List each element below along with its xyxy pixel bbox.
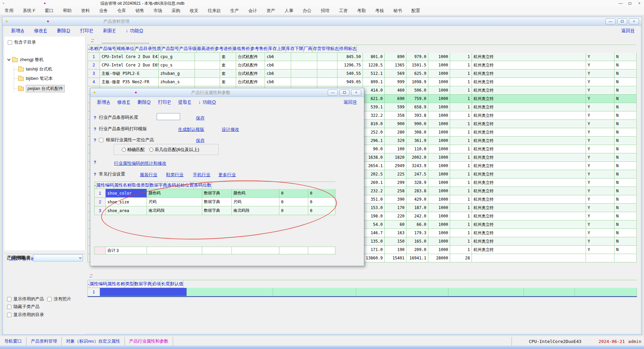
statusbar-window-button[interactable]: 产品资料管理 <box>26 337 62 346</box>
menu-item[interactable]: 收支 <box>185 7 203 15</box>
cell-default[interactable] <box>575 288 637 296</box>
cell-vendor[interactable]: 杭州奥立特 <box>472 137 586 145</box>
swap-panel-icon[interactable] <box>89 273 95 278</box>
cell-ref-in-price[interactable]: 202.5 <box>363 170 385 179</box>
cell-catalog[interactable]: 台式机配件 <box>236 78 265 86</box>
toolbar-button[interactable]: 打印P <box>158 99 171 105</box>
toolbar-button[interactable]: 修改E <box>117 99 130 105</box>
back-button[interactable]: 返回R <box>621 28 634 34</box>
cell-ref-in-price[interactable]: 171.0 <box>363 246 385 254</box>
cell-vendor[interactable]: 杭州奥立特 <box>472 120 586 128</box>
cell-vendor[interactable]: 杭州奥立特 <box>472 78 586 86</box>
cell-spec[interactable] <box>195 78 220 86</box>
mobile-industry-link[interactable]: 手机行业 <box>193 172 210 178</box>
cell-rowno[interactable]: 3 <box>88 69 100 78</box>
save-barcode-length-link[interactable]: 保存 <box>196 115 205 121</box>
cell-inventory-flag[interactable]: Y <box>586 195 614 204</box>
menu-item[interactable]: 考勤 <box>353 7 371 15</box>
chevron-down-icon[interactable] <box>7 57 11 61</box>
cell-min-sell-price[interactable]: 569 <box>385 69 407 78</box>
column-header[interactable]: 性质 <box>152 45 161 53</box>
cell-inventory-flag[interactable]: Y <box>586 237 614 246</box>
menu-item[interactable]: 工资 <box>334 7 353 15</box>
cell-min-sell-price[interactable]: 190 <box>385 246 407 254</box>
column-header[interactable]: 必须 <box>152 280 161 288</box>
cell-ref-sell-price[interactable]: 429.0 <box>407 195 428 204</box>
cell-stock-upper[interactable]: 1000 <box>428 237 450 246</box>
generate-default-template-link[interactable]: 生成默认模版 <box>178 127 204 133</box>
menu-item[interactable]: 系统 F <box>18 7 40 15</box>
menu-item[interactable]: 帮助 <box>58 7 76 15</box>
cell-rowno[interactable]: 4 <box>88 78 100 86</box>
column-header[interactable]: 停用标志 <box>339 45 357 53</box>
cell-vendor[interactable]: 杭州奥立特 <box>472 162 586 170</box>
menu-item[interactable]: 办公 <box>298 7 316 15</box>
cell-stop-flag[interactable]: N <box>614 179 637 187</box>
cell-inventory-flag[interactable]: Y <box>586 111 614 120</box>
cell-ref-in-price[interactable]: 621.0 <box>363 95 385 103</box>
show-disabled-products-checkbox[interactable] <box>7 297 11 301</box>
cell-stock-lower[interactable]: 1 <box>450 220 472 229</box>
cell-ref-in-price[interactable]: 512.1 <box>363 69 385 78</box>
column-header[interactable]: 属性名称 <box>114 182 132 189</box>
cell-min-sell-price[interactable]: 225 <box>385 170 407 179</box>
cell-ref-sell-price[interactable]: 759.0 <box>407 95 428 103</box>
cell-inventory-flag[interactable]: Y <box>586 153 614 162</box>
cell-ref-in-price[interactable]: 2654.1 <box>363 162 385 170</box>
cell-ref-sell-price[interactable]: 66.0 <box>407 220 428 229</box>
include-subdir-checkbox[interactable] <box>8 40 12 45</box>
cell-stop-flag[interactable]: N <box>614 103 637 111</box>
cell-unit[interactable]: 套 <box>220 78 236 86</box>
cell-catalog[interactable]: 台式机配件 <box>236 61 265 69</box>
design-modify-link[interactable]: 设计修改 <box>222 127 239 133</box>
cell-inventory-flag[interactable]: Y <box>586 103 614 111</box>
cell-stop-flag[interactable]: N <box>614 170 637 179</box>
cell-vendor[interactable]: 杭州奥立特 <box>472 212 586 220</box>
cell-ref-in-price[interactable]: 351.0 <box>363 195 385 204</box>
tree-node-label[interactable]: peijian 台式机配件 <box>26 85 65 92</box>
cell-name[interactable]: 主板-微星 P35 Neo2-FR <box>100 78 159 86</box>
cell-inventory-flag[interactable]: Y <box>586 145 614 153</box>
show-disabled-catalog-checkbox[interactable] <box>7 313 11 317</box>
tree-node-label[interactable]: zhengji 整机 <box>20 57 44 63</box>
toolbar-button[interactable]: 提取E <box>178 99 191 105</box>
dialog-restore-button[interactable] <box>339 90 350 96</box>
cell-min-sell-price[interactable]: 460 <box>385 86 407 95</box>
cell-ref-sell-price[interactable]: 393.8 <box>407 111 428 120</box>
cell-stop-flag[interactable]: N <box>614 86 637 95</box>
cell-stock-lower[interactable]: 1 <box>450 53 472 61</box>
cell-max-in-price[interactable]: 540.55 <box>337 69 363 78</box>
cell-ref-in-price[interactable]: 135.0 <box>363 237 385 246</box>
cell-stock-lower[interactable]: 1 <box>450 195 472 204</box>
cell-vendor[interactable]: 杭州奥立特 <box>472 86 586 95</box>
table-row[interactable]: 4 主板-微星 P35 Neo2-FR zhuban_s 套 台式机配件 cb6… <box>88 78 636 86</box>
column-header[interactable]: 厂商 <box>304 45 313 53</box>
cell-stock-upper[interactable]: 1000 <box>428 53 450 61</box>
cell-ref-in-price[interactable]: 322.2 <box>363 111 385 120</box>
barcode-length-input[interactable] <box>157 113 180 120</box>
cell-inventory-flag[interactable]: Y <box>586 120 614 128</box>
cell-stock-upper[interactable]: 1000 <box>428 246 450 254</box>
column-header[interactable]: 存货管理标志 <box>313 45 339 53</box>
table-row[interactable]: 2 CPU-Intel Core 2 Duo E65 cpu_s 套 台式机配件… <box>88 61 636 69</box>
cell-inventory-flag[interactable]: Y <box>586 53 614 61</box>
cell-ref-sell-price[interactable]: 1098.9 <box>407 78 428 86</box>
cell-min-sell-price[interactable]: 163 <box>385 229 407 237</box>
table-row[interactable]: 3 主板-华硕 P5PL2-E zhuban_g 套 台式机配件 cb6 540… <box>88 69 636 78</box>
cell-grade[interactable] <box>317 53 337 61</box>
radio-icon[interactable] <box>122 148 126 152</box>
column-header[interactable]: 库存上限 <box>268 45 286 53</box>
apparel-industry-link[interactable]: 服装行业 <box>140 172 157 178</box>
cell-ref-sell-price[interactable]: 283.8 <box>407 187 428 195</box>
cell-stock-upper[interactable]: 1000 <box>428 145 450 153</box>
column-header[interactable]: 参考售价 <box>250 45 268 53</box>
cell-vendor[interactable]: 杭州奥立特 <box>472 170 586 179</box>
cell-vendor[interactable]: 杭州奥立特 <box>472 111 586 120</box>
cell-inventory-flag[interactable]: Y <box>586 170 614 179</box>
cell-max-in-price[interactable]: 845.50 <box>337 53 363 61</box>
cell-stock-upper[interactable]: 1000 <box>428 153 450 162</box>
tree-node[interactable]: taishiji 台式机 <box>14 66 85 72</box>
cell-nature[interactable]: cb6 <box>265 61 291 69</box>
cell-ref-sell-price[interactable]: 506.0 <box>407 86 428 95</box>
cell-stock-upper[interactable]: 1000 <box>428 69 450 78</box>
